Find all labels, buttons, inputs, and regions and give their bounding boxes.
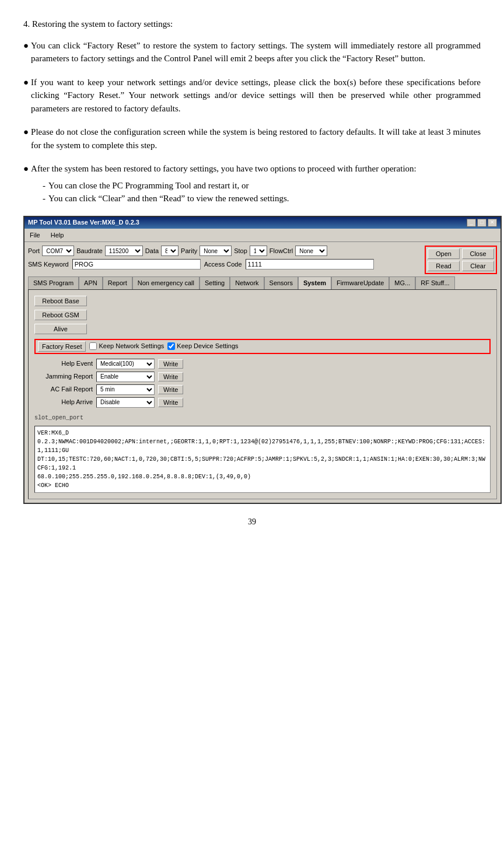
sub-bullet-1: You can close the PC Programming Tool an… <box>43 179 481 192</box>
parity-label: Parity <box>181 246 197 256</box>
flowctrl-label: FlowCtrl <box>270 246 293 256</box>
help-arrive-select[interactable]: Disable <box>96 397 155 408</box>
app-screenshot: MP Tool V3.01 Base Ver:MX6_D 0.2.3 _ □ ✕… <box>23 216 502 504</box>
access-code-label: Access Code <box>204 260 242 269</box>
ac-fail-select[interactable]: 5 min <box>96 384 155 395</box>
ac-fail-write[interactable]: Write <box>158 385 183 394</box>
section-heading: 4. Restoring the system to factory setti… <box>23 17 481 31</box>
alive-button[interactable]: Alive <box>34 324 87 334</box>
keep-network-text: Keep Network Settings <box>99 341 164 351</box>
output-line-4: 68.0.100;255.255.255.0,192.168.0.254,8.8… <box>37 472 488 481</box>
page-number: 39 <box>23 516 481 528</box>
ac-fail-label: AC Fail Report <box>34 384 93 394</box>
maximize-button[interactable]: □ <box>477 219 487 227</box>
stop-label: Stop <box>234 246 247 256</box>
jamming-report-row: Jamming Report Enable Write <box>34 372 491 382</box>
keep-device-label[interactable]: Keep Device Settings <box>167 341 238 351</box>
config-row: Port COM7 Baudrate 115200 Data 8 Parity <box>28 246 422 256</box>
tab-system[interactable]: System <box>298 276 331 289</box>
help-event-label: Help Event <box>34 359 93 369</box>
reboot-base-button[interactable]: Reboot Base <box>34 296 87 306</box>
app-title: MP Tool V3.01 Base Ver:MX6_D 0.2.3 <box>28 218 139 227</box>
output-line-3: DT:10,15;TESTC:720,60;NACT:1,0,720,30;CB… <box>37 455 488 472</box>
page-content: 4. Restoring the system to factory setti… <box>0 0 504 540</box>
tab-apn[interactable]: APN <box>79 276 103 289</box>
bullet-4: ● After the system has been restored to … <box>23 162 481 205</box>
bullet-text-1: You can click “Factory Reset” to restore… <box>31 39 481 65</box>
flowctrl-select[interactable]: None <box>295 246 327 256</box>
port-label: Port <box>28 246 40 256</box>
bullet-symbol-4: ● <box>23 162 29 176</box>
close-button[interactable]: Close <box>462 248 494 259</box>
sms-keyword-label: SMS Keyword <box>28 260 69 269</box>
main-panel: Reboot Base Reboot GSM Alive Factory Res… <box>28 289 497 499</box>
tabs-row: SMS Program APN Report Non emergency cal… <box>28 276 497 289</box>
bullet-text-3: Please do not close the configuration sc… <box>31 125 481 152</box>
help-event-write[interactable]: Write <box>158 359 183 369</box>
tab-report[interactable]: Report <box>103 276 132 289</box>
menu-file[interactable]: File <box>28 230 42 241</box>
tab-non-emergency[interactable]: Non emergency call <box>132 276 200 289</box>
output-label: slot_open_port <box>34 414 491 422</box>
baudrate-select[interactable]: 115200 <box>105 246 143 256</box>
menu-help[interactable]: Help <box>49 230 66 241</box>
app-body: Port COM7 Baudrate 115200 Data 8 Parity <box>24 242 501 503</box>
tab-network[interactable]: Network <box>230 276 264 289</box>
factory-reset-button[interactable]: Factory Reset <box>38 341 86 352</box>
output-line-2: 0.2.3;NWMAC:001D94020002;APN:internet,;G… <box>37 437 488 455</box>
bullet-symbol-1: ● <box>23 39 29 52</box>
bullet-text-2: If you want to keep your network setting… <box>31 76 481 115</box>
app-titlebar: MP Tool V3.01 Base Ver:MX6_D 0.2.3 _ □ ✕ <box>24 217 501 229</box>
parity-select[interactable]: None <box>200 246 232 256</box>
help-event-select[interactable]: Medical(100) <box>96 359 155 369</box>
factory-reset-row: Factory Reset Keep Network Settings Keep… <box>34 339 491 354</box>
settings-section: Help Event Medical(100) Write Jamming Re… <box>34 359 491 408</box>
jamming-select[interactable]: Enable <box>96 372 155 382</box>
help-arrive-write[interactable]: Write <box>158 398 183 407</box>
close-window-button[interactable]: ✕ <box>488 219 497 227</box>
baudrate-label: Baudrate <box>76 246 103 256</box>
keep-device-text: Keep Device Settings <box>177 341 238 351</box>
output-line-5: <OK> ECHO <box>37 481 488 490</box>
bullet-symbol-3: ● <box>23 125 29 139</box>
read-button[interactable]: Read <box>428 261 460 271</box>
title-buttons[interactable]: _ □ ✕ <box>467 219 497 227</box>
sub-bullet-2: You can click “Clear” and then “Read” to… <box>43 192 481 205</box>
keep-network-label[interactable]: Keep Network Settings <box>89 341 164 351</box>
app-menubar: File Help <box>24 229 501 243</box>
sms-row: SMS Keyword Access Code <box>28 259 422 269</box>
output-area: VER:MX6_D 0.2.3;NWMAC:001D94020002;APN:i… <box>34 426 491 493</box>
keep-device-checkbox[interactable] <box>167 342 175 350</box>
sms-keyword-input[interactable] <box>72 259 201 269</box>
help-event-row: Help Event Medical(100) Write <box>34 359 491 369</box>
bullet-symbol-2: ● <box>23 76 29 89</box>
keep-network-checkbox[interactable] <box>89 342 97 350</box>
panel-buttons: Reboot Base Reboot GSM Alive <box>34 296 491 334</box>
stop-select[interactable]: 1 <box>250 246 267 256</box>
tab-sms-program[interactable]: SMS Program <box>28 276 79 289</box>
bullet-3: ● Please do not close the configuration … <box>23 125 481 152</box>
clear-button[interactable]: Clear <box>462 261 494 271</box>
tab-mg[interactable]: MG... <box>389 276 415 289</box>
reboot-gsm-button[interactable]: Reboot GSM <box>34 310 87 320</box>
data-select[interactable]: 8 <box>161 246 178 256</box>
bullet-1: ● You can click “Factory Reset” to resto… <box>23 39 481 65</box>
jamming-write[interactable]: Write <box>158 372 183 381</box>
tab-firmware-update[interactable]: FirmwareUpdate <box>331 276 389 289</box>
help-arrive-label: Help Arrive <box>34 397 93 407</box>
top-buttons-row: Open Close <box>428 248 494 259</box>
access-code-input[interactable] <box>246 259 374 269</box>
tab-sensors[interactable]: Sensors <box>264 276 298 289</box>
help-arrive-row: Help Arrive Disable Write <box>34 397 491 408</box>
port-select[interactable]: COM7 <box>42 246 74 256</box>
tab-rf-stuff[interactable]: RF Stuff... <box>415 276 454 289</box>
tab-setting[interactable]: Setting <box>200 276 230 289</box>
bullet-text-4: After the system has been restored to fa… <box>31 164 416 173</box>
output-section: slot_open_port VER:MX6_D 0.2.3;NWMAC:001… <box>34 414 491 493</box>
output-line-1: VER:MX6_D <box>37 429 488 437</box>
data-label: Data <box>145 246 159 256</box>
ac-fail-row: AC Fail Report 5 min Write <box>34 384 491 395</box>
sub-bullets: You can close the PC Programming Tool an… <box>43 179 481 205</box>
minimize-button[interactable]: _ <box>467 219 476 227</box>
open-button[interactable]: Open <box>428 248 460 259</box>
